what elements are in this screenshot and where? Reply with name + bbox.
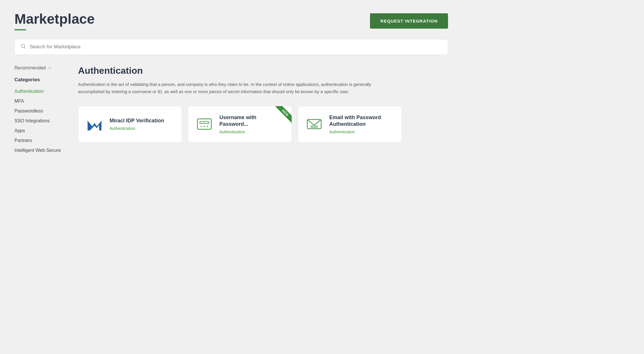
sidebar-nav: Authentication MFA Passwordless SSO Inte… [14,87,66,155]
email-password-category: Authentication [329,130,395,134]
sidebar-item-authentication[interactable]: Authentication [14,87,66,96]
miracl-idp-name: Miracl IDP Verification [110,117,164,124]
svg-point-11 [314,126,315,127]
page-title: Marketplace [14,12,95,27]
search-bar-container [14,39,448,55]
svg-rect-3 [197,119,211,129]
section-description: Authentication is the act of validating … [78,81,396,95]
email-icon [305,115,323,133]
search-input[interactable] [30,44,442,50]
section-title: Authentication [78,65,448,76]
sidebar-item-sso[interactable]: SSO Integrations [14,116,66,126]
svg-rect-4 [200,122,209,123]
card-email-password[interactable]: Email with Password Authentication Authe… [298,106,402,143]
search-bar[interactable] [14,39,448,55]
svg-point-5 [201,126,202,127]
sidebar-item-intelligent-web-secure[interactable]: Intelligent Web Secure [14,146,66,155]
username-password-category: Authentication [219,130,285,134]
title-block: Marketplace [14,12,95,30]
svg-line-1 [24,47,26,48]
svg-point-12 [316,126,317,127]
svg-point-7 [207,126,208,127]
main-layout: Recommended → Categories Authentication … [14,65,448,155]
svg-point-10 [312,126,313,127]
svg-marker-2 [88,121,101,130]
request-integration-button[interactable]: REQUEST INTEGRATION [370,13,448,29]
sidebar-item-passwordless[interactable]: Passwordless [14,106,66,116]
cards-row: Miracl IDP Verification Authentication N… [78,106,448,143]
miracl-idp-category: Authentication [110,126,164,131]
svg-point-6 [204,126,205,127]
card-username-password[interactable]: NEW Username with Password... A [188,106,292,143]
username-icon [195,115,214,133]
sidebar-item-partners[interactable]: Partners [14,136,66,145]
categories-label: Categories [14,77,66,83]
page-header: Marketplace REQUEST INTEGRATION [14,12,448,30]
email-password-name: Email with Password Authentication [329,114,395,128]
content-area: Authentication Authentication is the act… [78,65,448,155]
sidebar-recommended[interactable]: Recommended → [14,65,66,71]
sidebar-item-apps[interactable]: Apps [14,126,66,135]
new-badge-label: NEW [275,106,292,123]
sidebar-item-mfa[interactable]: MFA [14,97,66,106]
card-miracl-idp[interactable]: Miracl IDP Verification Authentication [78,106,182,143]
email-password-info: Email with Password Authentication Authe… [329,114,395,134]
miracl-idp-info: Miracl IDP Verification Authentication [110,117,164,130]
title-underline [14,29,26,30]
miracl-icon [85,115,104,133]
new-badge: NEW [273,106,292,125]
sidebar: Recommended → Categories Authentication … [14,65,66,155]
search-icon [21,43,26,51]
